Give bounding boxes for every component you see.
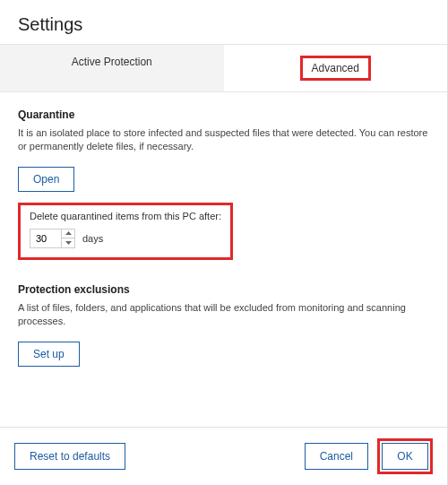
page-title: Settings (18, 14, 429, 35)
cancel-button[interactable]: Cancel (305, 443, 368, 470)
tab-bar: Active Protection Advanced (0, 44, 447, 92)
days-unit-label: days (82, 233, 103, 244)
stepper-down-icon[interactable] (62, 238, 74, 247)
delete-after-label: Delete quarantined items from this PC af… (30, 211, 221, 221)
open-button[interactable]: Open (18, 167, 74, 192)
quarantine-title: Quarantine (18, 108, 429, 121)
days-stepper[interactable] (30, 229, 75, 248)
stepper-buttons (61, 230, 74, 247)
tab-active-protection[interactable]: Active Protection (0, 45, 224, 91)
stepper-up-icon[interactable] (62, 230, 74, 238)
ok-button[interactable]: OK (382, 443, 428, 470)
delete-after-highlight: Delete quarantined items from this PC af… (18, 203, 233, 260)
setup-button[interactable]: Set up (18, 342, 80, 367)
reset-button[interactable]: Reset to defaults (14, 443, 125, 470)
section-quarantine: Quarantine It is an isolated place to st… (18, 108, 429, 260)
quarantine-desc: It is an isolated place to store infecte… (18, 126, 429, 154)
section-exclusions: Protection exclusions A list of files, f… (18, 283, 429, 367)
content-area: Quarantine It is an isolated place to st… (0, 92, 447, 406)
exclusions-desc: A list of files, folders, and applicatio… (18, 301, 429, 329)
tab-advanced-highlight: Advanced (300, 56, 371, 81)
days-input[interactable] (30, 230, 61, 247)
exclusions-title: Protection exclusions (18, 283, 429, 296)
delete-after-row: days (30, 229, 221, 248)
footer-bar: Reset to defaults Cancel OK (0, 427, 447, 485)
tab-advanced[interactable]: Advanced (224, 45, 448, 91)
ok-highlight: OK (377, 438, 433, 474)
settings-header: Settings (0, 0, 447, 44)
